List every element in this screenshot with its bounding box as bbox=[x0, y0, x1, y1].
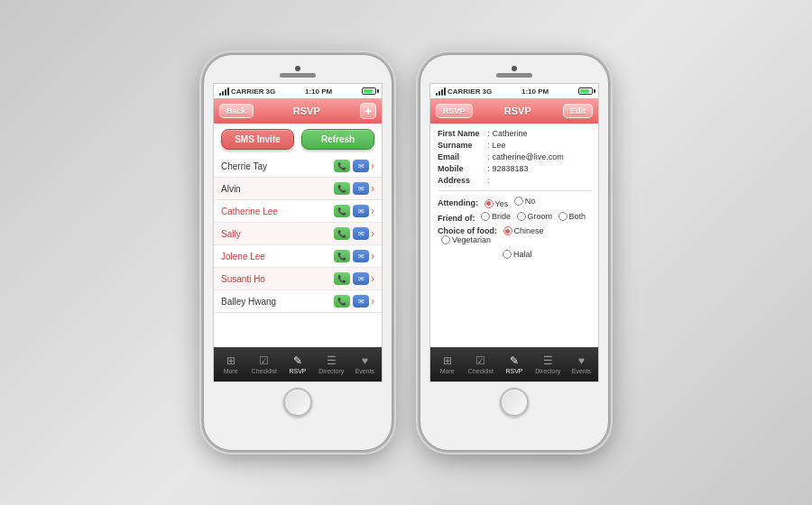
phone-icon[interactable]: 📞 bbox=[334, 227, 350, 240]
status-bar: CARRIER 3G 1:10 PM bbox=[214, 84, 382, 98]
contact-icons: 📞 ✉ bbox=[334, 182, 369, 195]
back-button[interactable]: Back bbox=[219, 104, 254, 118]
list-item[interactable]: Cherrie Tay 📞 ✉ › bbox=[214, 155, 382, 178]
radio-yes[interactable]: Yes bbox=[484, 199, 509, 208]
checklist-icon: ☑ bbox=[259, 354, 269, 367]
contact-name: Alvin bbox=[221, 184, 334, 194]
mail-icon[interactable]: ✉ bbox=[353, 182, 369, 195]
list-item[interactable]: Sally 📞 ✉ › bbox=[214, 223, 382, 245]
phone-icon[interactable]: 📞 bbox=[334, 205, 350, 217]
phone-bottom bbox=[283, 382, 312, 424]
radio-both[interactable]: Both bbox=[558, 212, 586, 221]
mail-icon[interactable]: ✉ bbox=[353, 250, 369, 262]
radio-yes-circle bbox=[484, 199, 494, 208]
directory-icon-detail: ☰ bbox=[543, 354, 553, 367]
time-label: 1:10 PM bbox=[305, 87, 332, 96]
radio-halal-circle bbox=[503, 250, 512, 259]
events-icon: ♥ bbox=[362, 354, 368, 367]
friend-group: Friend of: Bride Groom Both bbox=[438, 212, 591, 223]
tab-more-detail[interactable]: ⊞ More bbox=[430, 347, 464, 381]
radio-bride-circle bbox=[481, 212, 490, 221]
home-button[interactable] bbox=[283, 388, 312, 417]
tab-directory[interactable]: ☰ Directory bbox=[315, 347, 348, 381]
radio-vegetarian[interactable]: Vegetarian bbox=[441, 235, 491, 244]
email-value: catherine@live.com bbox=[493, 152, 564, 161]
radio-no-circle bbox=[514, 197, 523, 206]
radio-no[interactable]: No bbox=[514, 197, 536, 206]
field-firstname: First Name : Catherine bbox=[438, 129, 591, 138]
rsvp-icon-detail: ✎ bbox=[510, 354, 519, 367]
tab-events-detail[interactable]: ♥ Events bbox=[565, 347, 598, 381]
mobile-label: Mobile bbox=[438, 164, 487, 173]
list-item[interactable]: Balley Hwang 📞 ✉ › bbox=[214, 290, 382, 313]
radio-halal[interactable]: Halal bbox=[503, 250, 532, 259]
field-address: Address : bbox=[438, 176, 591, 185]
contact-name: Cherrie Tay bbox=[221, 161, 334, 171]
action-row: SMS Invite Refresh bbox=[214, 124, 382, 155]
tab-directory-label: Directory bbox=[318, 368, 344, 374]
list-item[interactable]: Susanti Ho 📞 ✉ › bbox=[214, 268, 382, 290]
list-item[interactable]: Jolene Lee 📞 ✉ › bbox=[214, 245, 382, 268]
nav-bar-detail: RSVP RSVP Edit bbox=[430, 98, 598, 124]
phone-icon[interactable]: 📞 bbox=[334, 182, 350, 195]
phone-detail: CARRIER 3G 1:10 PM RSVP RSVP Edit bbox=[420, 54, 609, 451]
mail-icon[interactable]: ✉ bbox=[353, 205, 369, 217]
chevron-icon: › bbox=[371, 272, 374, 285]
phone-icon[interactable]: 📞 bbox=[334, 295, 350, 308]
phone-icon[interactable]: 📞 bbox=[334, 160, 350, 172]
screen-detail: CARRIER 3G 1:10 PM RSVP RSVP Edit bbox=[429, 83, 599, 382]
phone-icon[interactable]: 📞 bbox=[334, 250, 350, 262]
tab-directory-detail-label: Directory bbox=[535, 368, 560, 374]
tab-directory-detail[interactable]: ☰ Directory bbox=[531, 347, 565, 381]
radio-chinese[interactable]: Chinese bbox=[503, 226, 544, 235]
chevron-icon: › bbox=[371, 160, 374, 172]
more-icon: ⊞ bbox=[226, 354, 235, 367]
add-button[interactable]: + bbox=[360, 103, 376, 119]
chevron-icon: › bbox=[371, 250, 374, 262]
nav-title-detail: RSVP bbox=[504, 106, 531, 116]
tab-bar-detail: ⊞ More ☑ Checklist ✎ RSVP ☰ Directory ♥ bbox=[430, 347, 598, 381]
contact-name: Balley Hwang bbox=[221, 297, 334, 307]
contact-icons: 📞 ✉ bbox=[334, 272, 369, 285]
radio-bride[interactable]: Bride bbox=[481, 212, 511, 221]
mail-icon[interactable]: ✉ bbox=[353, 160, 369, 172]
chevron-icon: › bbox=[371, 227, 374, 240]
attending-label: Attending: bbox=[438, 198, 478, 207]
firstname-value: Catherine bbox=[493, 129, 528, 138]
tab-rsvp-detail[interactable]: ✎ RSVP bbox=[497, 347, 531, 381]
tab-checklist-detail[interactable]: ☑ Checklist bbox=[464, 347, 497, 381]
rsvp-back-button[interactable]: RSVP bbox=[436, 104, 473, 118]
tab-checklist[interactable]: ☑ Checklist bbox=[247, 347, 281, 381]
tab-more-label: More bbox=[224, 368, 238, 374]
sms-invite-button[interactable]: SMS Invite bbox=[221, 129, 294, 150]
tab-rsvp-label: RSVP bbox=[289, 368, 306, 374]
tab-more[interactable]: ⊞ More bbox=[214, 347, 247, 381]
mail-icon[interactable]: ✉ bbox=[353, 295, 369, 308]
chevron-icon: › bbox=[371, 182, 374, 195]
refresh-button[interactable]: Refresh bbox=[301, 129, 374, 150]
tab-rsvp[interactable]: ✎ RSVP bbox=[281, 347, 314, 381]
radio-halal-label: Halal bbox=[513, 250, 532, 259]
carrier-label-detail: CARRIER bbox=[448, 87, 480, 96]
signal-icon bbox=[219, 87, 229, 96]
contact-name-catherine: Catherine Lee bbox=[221, 207, 334, 216]
mail-icon[interactable]: ✉ bbox=[353, 227, 369, 240]
radio-both-label: Both bbox=[569, 212, 586, 221]
contact-icons: 📞 ✉ bbox=[334, 250, 369, 262]
contact-icons: 📞 ✉ bbox=[334, 227, 369, 240]
speaker-grille-detail bbox=[496, 73, 532, 78]
scene: CARRIER 3G 1:10 PM Back RSVP + bbox=[0, 0, 812, 505]
home-button-detail[interactable] bbox=[500, 388, 529, 417]
phone-icon[interactable]: 📞 bbox=[334, 272, 350, 285]
list-item[interactable]: Alvin 📞 ✉ › bbox=[214, 178, 382, 200]
tab-events[interactable]: ♥ Events bbox=[348, 347, 382, 381]
contact-icons: 📞 ✉ bbox=[334, 205, 369, 217]
rsvp-icon: ✎ bbox=[293, 354, 302, 367]
mail-icon[interactable]: ✉ bbox=[353, 272, 369, 285]
radio-groom[interactable]: Groom bbox=[517, 212, 553, 221]
radio-yes-label: Yes bbox=[495, 199, 509, 208]
edit-button[interactable]: Edit bbox=[563, 104, 593, 118]
field-email: Email : catherine@live.com bbox=[438, 152, 591, 161]
camera-dot-detail bbox=[512, 66, 517, 71]
list-item[interactable]: Catherine Lee 📞 ✉ › bbox=[214, 200, 382, 223]
